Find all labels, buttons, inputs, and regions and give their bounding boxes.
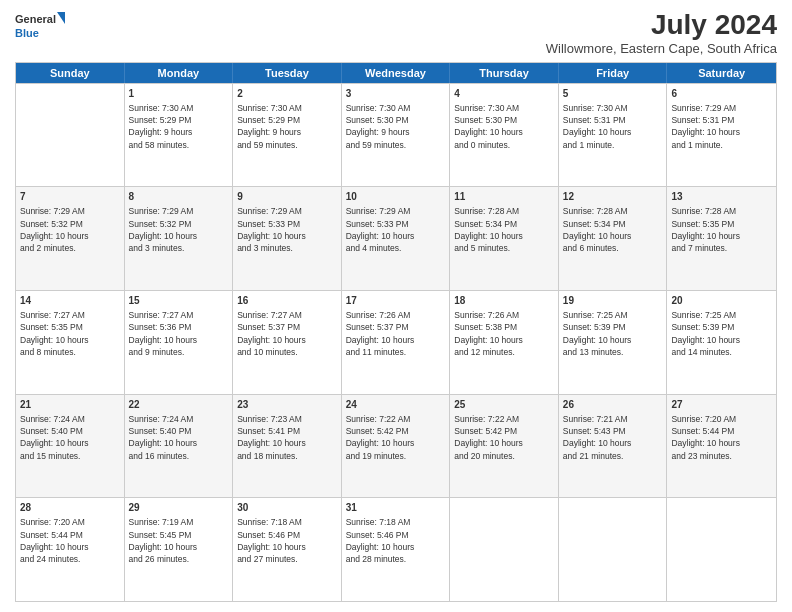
- day-info: Sunrise: 7:27 AMSunset: 5:35 PMDaylight:…: [20, 309, 120, 358]
- cal-row-3: 14Sunrise: 7:27 AMSunset: 5:35 PMDayligh…: [16, 290, 776, 394]
- day-info: Sunrise: 7:28 AMSunset: 5:34 PMDaylight:…: [563, 205, 663, 254]
- svg-text:General: General: [15, 13, 56, 25]
- day-info: Sunrise: 7:22 AMSunset: 5:42 PMDaylight:…: [454, 413, 554, 462]
- day-number: 19: [563, 294, 663, 308]
- cell-day-21: 21Sunrise: 7:24 AMSunset: 5:40 PMDayligh…: [16, 395, 125, 498]
- cell-day-19: 19Sunrise: 7:25 AMSunset: 5:39 PMDayligh…: [559, 291, 668, 394]
- cell-day-6: 6Sunrise: 7:29 AMSunset: 5:31 PMDaylight…: [667, 84, 776, 187]
- cell-empty-4-4: [450, 498, 559, 601]
- header-day-wednesday: Wednesday: [342, 63, 451, 83]
- location-subtitle: Willowmore, Eastern Cape, South Africa: [546, 41, 777, 56]
- cell-day-8: 8Sunrise: 7:29 AMSunset: 5:32 PMDaylight…: [125, 187, 234, 290]
- header-day-saturday: Saturday: [667, 63, 776, 83]
- day-number: 7: [20, 190, 120, 204]
- day-number: 22: [129, 398, 229, 412]
- day-number: 12: [563, 190, 663, 204]
- cell-day-4: 4Sunrise: 7:30 AMSunset: 5:30 PMDaylight…: [450, 84, 559, 187]
- day-info: Sunrise: 7:20 AMSunset: 5:44 PMDaylight:…: [20, 516, 120, 565]
- header-day-monday: Monday: [125, 63, 234, 83]
- day-info: Sunrise: 7:29 AMSunset: 5:33 PMDaylight:…: [237, 205, 337, 254]
- day-info: Sunrise: 7:22 AMSunset: 5:42 PMDaylight:…: [346, 413, 446, 462]
- day-info: Sunrise: 7:24 AMSunset: 5:40 PMDaylight:…: [20, 413, 120, 462]
- day-info: Sunrise: 7:28 AMSunset: 5:34 PMDaylight:…: [454, 205, 554, 254]
- cell-day-28: 28Sunrise: 7:20 AMSunset: 5:44 PMDayligh…: [16, 498, 125, 601]
- cell-day-9: 9Sunrise: 7:29 AMSunset: 5:33 PMDaylight…: [233, 187, 342, 290]
- day-info: Sunrise: 7:29 AMSunset: 5:32 PMDaylight:…: [20, 205, 120, 254]
- day-number: 13: [671, 190, 772, 204]
- day-info: Sunrise: 7:28 AMSunset: 5:35 PMDaylight:…: [671, 205, 772, 254]
- cell-empty-4-6: [667, 498, 776, 601]
- day-info: Sunrise: 7:24 AMSunset: 5:40 PMDaylight:…: [129, 413, 229, 462]
- logo-svg: General Blue: [15, 10, 65, 42]
- day-info: Sunrise: 7:27 AMSunset: 5:36 PMDaylight:…: [129, 309, 229, 358]
- day-number: 18: [454, 294, 554, 308]
- day-info: Sunrise: 7:29 AMSunset: 5:31 PMDaylight:…: [671, 102, 772, 151]
- day-number: 11: [454, 190, 554, 204]
- cell-day-16: 16Sunrise: 7:27 AMSunset: 5:37 PMDayligh…: [233, 291, 342, 394]
- cell-day-13: 13Sunrise: 7:28 AMSunset: 5:35 PMDayligh…: [667, 187, 776, 290]
- day-info: Sunrise: 7:30 AMSunset: 5:30 PMDaylight:…: [346, 102, 446, 151]
- cell-empty-0-0: [16, 84, 125, 187]
- day-number: 23: [237, 398, 337, 412]
- day-info: Sunrise: 7:21 AMSunset: 5:43 PMDaylight:…: [563, 413, 663, 462]
- cell-day-23: 23Sunrise: 7:23 AMSunset: 5:41 PMDayligh…: [233, 395, 342, 498]
- day-number: 29: [129, 501, 229, 515]
- day-number: 9: [237, 190, 337, 204]
- header-day-thursday: Thursday: [450, 63, 559, 83]
- day-info: Sunrise: 7:27 AMSunset: 5:37 PMDaylight:…: [237, 309, 337, 358]
- logo: General Blue: [15, 10, 65, 42]
- cell-day-5: 5Sunrise: 7:30 AMSunset: 5:31 PMDaylight…: [559, 84, 668, 187]
- day-info: Sunrise: 7:18 AMSunset: 5:46 PMDaylight:…: [237, 516, 337, 565]
- day-info: Sunrise: 7:20 AMSunset: 5:44 PMDaylight:…: [671, 413, 772, 462]
- cell-day-30: 30Sunrise: 7:18 AMSunset: 5:46 PMDayligh…: [233, 498, 342, 601]
- cal-row-5: 28Sunrise: 7:20 AMSunset: 5:44 PMDayligh…: [16, 497, 776, 601]
- day-number: 4: [454, 87, 554, 101]
- cal-row-1: 1Sunrise: 7:30 AMSunset: 5:29 PMDaylight…: [16, 83, 776, 187]
- day-number: 14: [20, 294, 120, 308]
- svg-text:Blue: Blue: [15, 27, 39, 39]
- day-info: Sunrise: 7:26 AMSunset: 5:38 PMDaylight:…: [454, 309, 554, 358]
- day-info: Sunrise: 7:25 AMSunset: 5:39 PMDaylight:…: [671, 309, 772, 358]
- day-number: 1: [129, 87, 229, 101]
- day-number: 16: [237, 294, 337, 308]
- day-info: Sunrise: 7:29 AMSunset: 5:33 PMDaylight:…: [346, 205, 446, 254]
- cell-day-29: 29Sunrise: 7:19 AMSunset: 5:45 PMDayligh…: [125, 498, 234, 601]
- cell-day-25: 25Sunrise: 7:22 AMSunset: 5:42 PMDayligh…: [450, 395, 559, 498]
- day-info: Sunrise: 7:23 AMSunset: 5:41 PMDaylight:…: [237, 413, 337, 462]
- day-info: Sunrise: 7:26 AMSunset: 5:37 PMDaylight:…: [346, 309, 446, 358]
- cell-empty-4-5: [559, 498, 668, 601]
- day-info: Sunrise: 7:30 AMSunset: 5:29 PMDaylight:…: [129, 102, 229, 151]
- svg-marker-2: [57, 12, 65, 24]
- header: General Blue July 2024 Willowmore, Easte…: [15, 10, 777, 56]
- day-number: 3: [346, 87, 446, 101]
- day-info: Sunrise: 7:30 AMSunset: 5:29 PMDaylight:…: [237, 102, 337, 151]
- cell-day-17: 17Sunrise: 7:26 AMSunset: 5:37 PMDayligh…: [342, 291, 451, 394]
- cell-day-20: 20Sunrise: 7:25 AMSunset: 5:39 PMDayligh…: [667, 291, 776, 394]
- day-number: 28: [20, 501, 120, 515]
- cell-day-31: 31Sunrise: 7:18 AMSunset: 5:46 PMDayligh…: [342, 498, 451, 601]
- cell-day-15: 15Sunrise: 7:27 AMSunset: 5:36 PMDayligh…: [125, 291, 234, 394]
- day-info: Sunrise: 7:19 AMSunset: 5:45 PMDaylight:…: [129, 516, 229, 565]
- cell-day-3: 3Sunrise: 7:30 AMSunset: 5:30 PMDaylight…: [342, 84, 451, 187]
- day-number: 27: [671, 398, 772, 412]
- day-number: 30: [237, 501, 337, 515]
- month-year-title: July 2024: [546, 10, 777, 41]
- header-day-friday: Friday: [559, 63, 668, 83]
- day-number: 24: [346, 398, 446, 412]
- day-info: Sunrise: 7:30 AMSunset: 5:31 PMDaylight:…: [563, 102, 663, 151]
- cell-day-12: 12Sunrise: 7:28 AMSunset: 5:34 PMDayligh…: [559, 187, 668, 290]
- cal-row-4: 21Sunrise: 7:24 AMSunset: 5:40 PMDayligh…: [16, 394, 776, 498]
- title-block: July 2024 Willowmore, Eastern Cape, Sout…: [546, 10, 777, 56]
- cell-day-18: 18Sunrise: 7:26 AMSunset: 5:38 PMDayligh…: [450, 291, 559, 394]
- cell-day-10: 10Sunrise: 7:29 AMSunset: 5:33 PMDayligh…: [342, 187, 451, 290]
- cell-day-27: 27Sunrise: 7:20 AMSunset: 5:44 PMDayligh…: [667, 395, 776, 498]
- day-number: 2: [237, 87, 337, 101]
- day-info: Sunrise: 7:29 AMSunset: 5:32 PMDaylight:…: [129, 205, 229, 254]
- day-number: 17: [346, 294, 446, 308]
- day-number: 6: [671, 87, 772, 101]
- day-number: 8: [129, 190, 229, 204]
- calendar: SundayMondayTuesdayWednesdayThursdayFrid…: [15, 62, 777, 602]
- day-info: Sunrise: 7:30 AMSunset: 5:30 PMDaylight:…: [454, 102, 554, 151]
- cell-day-14: 14Sunrise: 7:27 AMSunset: 5:35 PMDayligh…: [16, 291, 125, 394]
- cell-day-26: 26Sunrise: 7:21 AMSunset: 5:43 PMDayligh…: [559, 395, 668, 498]
